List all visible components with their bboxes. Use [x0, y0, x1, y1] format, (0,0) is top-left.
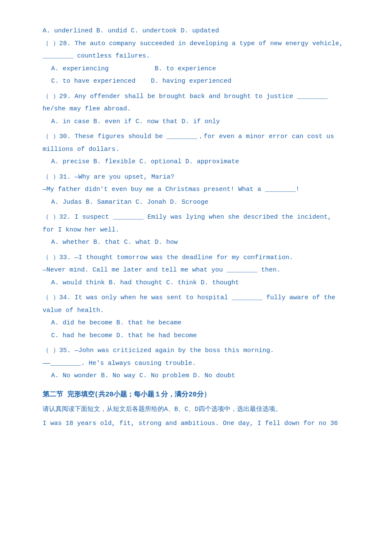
q32-stem-1: （ ）32. I suspect ________ Emily was lyin… [43, 212, 358, 223]
q28-opt-ab: A. experiencing B. to experience [43, 64, 358, 75]
question-34: （ ）34. It was only when he was sent to h… [43, 292, 358, 341]
q27-options: A. underlined B. undid C. undertook D. u… [43, 26, 358, 37]
q29-opts: A. in case B. even if C. now that D. if … [43, 116, 358, 127]
question-35: （ ）35. —John was criticized again by the… [43, 345, 358, 382]
q29-stem-1: （ ）29. Any offender shall be brought bac… [43, 91, 358, 102]
q34-opt-ab: A. did he become B. that he became [43, 318, 358, 329]
q34-stem-2: value of health. [43, 305, 358, 316]
q31-opts: A. Judas B. Samaritan C. Jonah D. Scroog… [43, 197, 358, 208]
q31-stem-1: （ ）31. —Why are you upset, Maria? [43, 172, 358, 183]
q30-stem-2: millions of dollars. [43, 144, 358, 155]
passage-line1: I was 18 years old, fit, strong and ambi… [43, 418, 358, 429]
question-30: （ ）30. These figures should be ________，… [43, 131, 358, 168]
q30-opts: A. precise B. flexible C. optional D. ap… [43, 156, 358, 168]
q29-stem-2: he/she may flee abroad. [43, 104, 358, 115]
question-31: （ ）31. —Why are you upset, Maria? —My fa… [43, 172, 358, 208]
question-33: （ ）33. —I thought tomorrow was the deadl… [43, 252, 358, 289]
q35-stem-2: ——________. He's always causing trouble. [43, 358, 358, 369]
question-28: （ ）28. The auto company succeeded in dev… [43, 38, 358, 87]
question-32: （ ）32. I suspect ________ Emily was lyin… [43, 212, 358, 248]
q33-opts: A. would think B. had thought C. think D… [43, 278, 358, 289]
q30-stem-1: （ ）30. These figures should be ________，… [43, 131, 358, 142]
q35-opts: A. No wonder B. No way C. No problem D. … [43, 370, 358, 382]
q34-stem-1: （ ）34. It was only when he was sent to h… [43, 292, 358, 304]
q32-stem-2: for I know her well. [43, 225, 358, 236]
q34-opt-cd: C. had he become D. that he had become [43, 330, 358, 341]
q33-stem-2: —Never mind. Call me later and tell me w… [43, 265, 358, 276]
q28-stem-1: （ ）28. The auto company succeeded in dev… [43, 38, 358, 49]
q28-stem-2: ________ countless failures. [43, 51, 358, 62]
exam-content: A. underlined B. undid C. undertook D. u… [43, 26, 358, 429]
question-29: （ ）29. Any offender shall be brought bac… [43, 91, 358, 127]
q28-opt-cd: C. to have experienced D. having experie… [43, 76, 358, 87]
section2-header: 第二节 完形填空(共20小题；每小题１分，满分20分） [43, 389, 358, 401]
q33-stem-1: （ ）33. —I thought tomorrow was the deadl… [43, 252, 358, 263]
q31-stem-2: —My father didn't even buy me a Christma… [43, 184, 358, 195]
q32-opts: A. whether B. that C. what D. how [43, 237, 358, 248]
q35-stem-1: （ ）35. —John was criticized again by the… [43, 345, 358, 356]
section2-intro: 请认真阅读下面短文，从短文后各题所给的A、B、C、D四个选项中，选出最佳选项。 [43, 404, 358, 415]
